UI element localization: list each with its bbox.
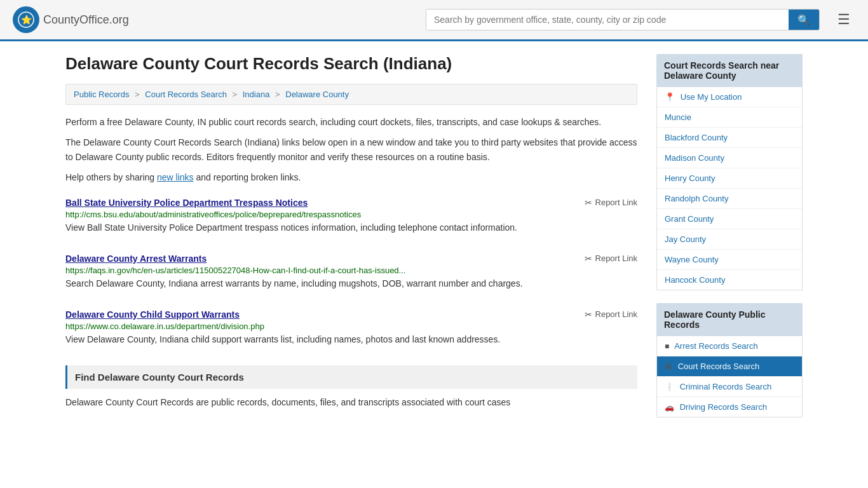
- report-icon-1: ✂: [585, 198, 592, 208]
- nearby-list: 📍 Use My Location Muncie Blackford Count…: [656, 87, 803, 290]
- site-logo[interactable]: ⭐ CountyOffice.org: [13, 6, 129, 33]
- report-icon-2: ✂: [585, 254, 592, 264]
- nearby-link-madison[interactable]: Madison County: [665, 153, 724, 163]
- breadcrumb-indiana[interactable]: Indiana: [243, 90, 270, 99]
- page-container: Delaware County Court Records Search (In…: [53, 41, 815, 443]
- svg-text:⭐: ⭐: [21, 15, 32, 25]
- page-title: Delaware County Court Records Search (In…: [65, 54, 637, 74]
- nearby-link-grant[interactable]: Grant County: [665, 214, 714, 224]
- public-records-link-court[interactable]: Court Records Search: [678, 362, 760, 371]
- search-bar: 🔍: [426, 9, 820, 30]
- nearby-item-hancock[interactable]: Hancock County: [657, 270, 802, 290]
- nearby-heading: Court Records Search near Delaware Count…: [656, 54, 803, 87]
- public-records-criminal[interactable]: ❕ Criminal Records Search: [657, 377, 802, 397]
- record-entry: Delaware County Arrest Warrants ✂ Report…: [65, 254, 637, 297]
- report-link-2[interactable]: ✂ Report Link: [585, 254, 637, 264]
- report-link-1[interactable]: ✂ Report Link: [585, 198, 637, 208]
- record-title-link-1[interactable]: Ball State University Police Department …: [65, 198, 308, 208]
- breadcrumb: Public Records > Court Records Search > …: [65, 84, 637, 105]
- site-header: ⭐ CountyOffice.org 🔍 ☰: [0, 0, 868, 41]
- new-links-link[interactable]: new links: [157, 172, 194, 182]
- public-records-driving[interactable]: 🚗 Driving Records Search: [657, 397, 802, 417]
- sidebar: Court Records Search near Delaware Count…: [656, 54, 803, 430]
- main-content: Delaware County Court Records Search (In…: [65, 54, 637, 430]
- public-records-link-driving[interactable]: Driving Records Search: [680, 402, 767, 412]
- nearby-item-randolph[interactable]: Randolph County: [657, 189, 802, 209]
- nearby-link-hancock[interactable]: Hancock County: [665, 275, 725, 285]
- breadcrumb-public-records[interactable]: Public Records: [74, 90, 129, 99]
- nearby-box: Court Records Search near Delaware Count…: [656, 54, 803, 290]
- record-title-link-3[interactable]: Delaware County Child Support Warrants: [65, 309, 240, 320]
- criminal-icon: ❕: [665, 383, 674, 391]
- breadcrumb-delaware[interactable]: Delaware County: [285, 90, 349, 99]
- public-records-court[interactable]: 🏛 Court Records Search: [657, 356, 802, 377]
- driving-icon: 🚗: [665, 403, 674, 412]
- menu-button[interactable]: ☰: [832, 9, 855, 30]
- record-entry: Delaware County Child Support Warrants ✂…: [65, 309, 637, 353]
- record-desc-1: View Ball State University Police Depart…: [65, 221, 637, 234]
- nearby-item-madison[interactable]: Madison County: [657, 148, 802, 168]
- arrest-icon: ■: [665, 342, 669, 351]
- record-desc-3: View Delaware County, Indiana child supp…: [65, 333, 637, 346]
- nearby-link-wayne[interactable]: Wayne County: [665, 255, 719, 264]
- search-input[interactable]: [426, 10, 789, 30]
- nearby-item-blackford[interactable]: Blackford County: [657, 128, 802, 148]
- public-records-arrest[interactable]: ■ Arrest Records Search: [657, 336, 802, 356]
- record-url-1: http://cms.bsu.edu/about/administrativeo…: [65, 210, 637, 219]
- nearby-link-jay[interactable]: Jay County: [665, 234, 706, 244]
- logo-text: CountyOffice.org: [43, 13, 129, 27]
- nearby-item-jay[interactable]: Jay County: [657, 229, 802, 250]
- description-3: Help others by sharing new links and rep…: [65, 170, 637, 184]
- find-section-desc: Delaware County Court Records are public…: [65, 395, 637, 409]
- record-title-link-2[interactable]: Delaware County Arrest Warrants: [65, 254, 207, 264]
- find-section-heading: Find Delaware County Court Records: [65, 365, 637, 389]
- nearby-item-grant[interactable]: Grant County: [657, 209, 802, 229]
- nearby-item-muncie[interactable]: Muncie: [657, 107, 802, 128]
- breadcrumb-court-records[interactable]: Court Records Search: [145, 90, 227, 99]
- nearby-link-muncie[interactable]: Muncie: [665, 112, 691, 122]
- description-2: The Delaware County Court Records Search…: [65, 135, 637, 164]
- public-records-link-criminal[interactable]: Criminal Records Search: [680, 382, 772, 391]
- report-link-3[interactable]: ✂ Report Link: [585, 309, 637, 320]
- record-entry: Ball State University Police Department …: [65, 198, 637, 241]
- record-desc-2: Search Delaware County, Indiana arrest w…: [65, 277, 637, 290]
- report-icon-3: ✂: [585, 309, 592, 320]
- public-records-link-arrest[interactable]: Arrest Records Search: [674, 341, 758, 351]
- location-icon: 📍: [665, 92, 675, 102]
- public-records-heading: Delaware County Public Records: [656, 303, 803, 336]
- court-icon: 🏛: [665, 362, 672, 371]
- nearby-link-randolph[interactable]: Randolph County: [665, 194, 728, 203]
- nearby-link-blackford[interactable]: Blackford County: [665, 133, 728, 142]
- record-url-3: https://www.co.delaware.in.us/department…: [65, 322, 637, 331]
- nearby-item-location[interactable]: 📍 Use My Location: [657, 87, 802, 107]
- logo-icon: ⭐: [13, 6, 39, 33]
- nearby-link-location[interactable]: Use My Location: [681, 92, 742, 102]
- nearby-link-henry[interactable]: Henry County: [665, 173, 715, 183]
- public-records-box: Delaware County Public Records ■ Arrest …: [656, 303, 803, 417]
- nearby-item-henry[interactable]: Henry County: [657, 168, 802, 189]
- description-1: Perform a free Delaware County, IN publi…: [65, 115, 637, 129]
- public-records-list: ■ Arrest Records Search 🏛 Court Records …: [656, 336, 803, 417]
- record-url-2: https://faqs.in.gov/hc/en-us/articles/11…: [65, 266, 637, 275]
- nearby-item-wayne[interactable]: Wayne County: [657, 250, 802, 270]
- search-button[interactable]: 🔍: [789, 10, 819, 30]
